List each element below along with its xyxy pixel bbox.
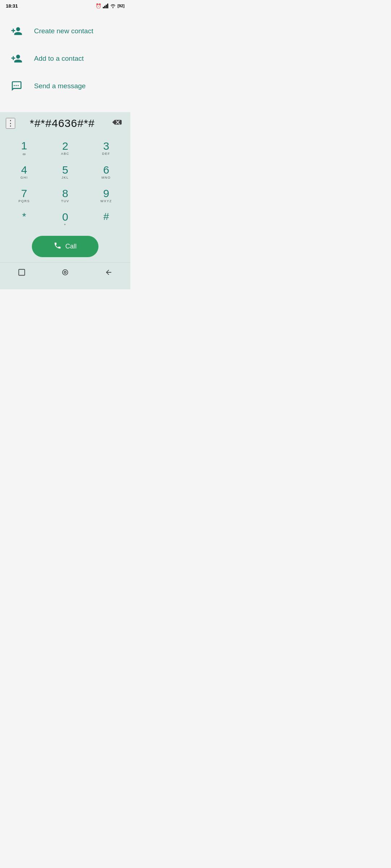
- dialer-header: ⋮ *#*#4636#*#: [0, 112, 130, 135]
- bottom-nav: [0, 262, 130, 284]
- dialer-menu-button[interactable]: ⋮: [6, 118, 15, 129]
- svg-rect-2: [106, 5, 107, 8]
- call-button-label: Call: [65, 243, 76, 250]
- status-time: 18:31: [6, 3, 18, 9]
- add-to-contact-item[interactable]: Add to a contact: [7, 45, 123, 72]
- dialer-section: ⋮ *#*#4636#*# 1 ∞ 2 ABC 3 DEF 4 GHI 5 JK…: [0, 112, 130, 289]
- svg-point-5: [63, 270, 68, 275]
- svg-rect-4: [19, 269, 25, 276]
- call-button-container: Call: [0, 232, 130, 262]
- create-new-contact-item[interactable]: Create new contact: [7, 17, 123, 45]
- battery-indicator: [92]: [117, 4, 125, 8]
- call-button[interactable]: Call: [32, 236, 98, 257]
- key-3[interactable]: 3 DEF: [86, 136, 127, 160]
- message-icon: [10, 80, 23, 92]
- send-message-label: Send a message: [34, 82, 86, 90]
- key-7[interactable]: 7 PQRS: [4, 184, 45, 207]
- key-6[interactable]: 6 MNO: [86, 160, 127, 184]
- create-contact-icon: [10, 25, 23, 37]
- keypad: 1 ∞ 2 ABC 3 DEF 4 GHI 5 JKL 6 MNO 7 PQRS…: [0, 135, 130, 232]
- create-new-contact-label: Create new contact: [34, 27, 93, 35]
- key-2[interactable]: 2 ABC: [45, 136, 85, 160]
- dialer-number-display: *#*#4636#*#: [15, 117, 109, 129]
- key-4[interactable]: 4 GHI: [4, 160, 45, 184]
- menu-section: Create new contact Add to a contact Send…: [0, 10, 130, 122]
- alarm-icon: ⏰: [96, 3, 101, 9]
- svg-rect-1: [104, 6, 105, 8]
- status-icons: ⏰ [92]: [96, 3, 125, 9]
- svg-rect-3: [107, 4, 108, 8]
- backspace-button[interactable]: [109, 117, 125, 129]
- key-0[interactable]: 0 +: [45, 207, 85, 231]
- svg-rect-0: [103, 7, 104, 8]
- key-1[interactable]: 1 ∞: [4, 136, 45, 160]
- recent-apps-button[interactable]: [16, 266, 28, 278]
- add-contact-icon: [10, 53, 23, 64]
- signal-icon: [103, 4, 109, 8]
- key-8[interactable]: 8 TUV: [45, 184, 85, 207]
- key-9[interactable]: 9 WXYZ: [86, 184, 127, 207]
- back-button[interactable]: [102, 266, 115, 278]
- add-to-contact-label: Add to a contact: [34, 55, 84, 63]
- key-5[interactable]: 5 JKL: [45, 160, 85, 184]
- key-hash[interactable]: #: [86, 207, 127, 231]
- key-star[interactable]: *: [4, 207, 45, 231]
- svg-point-6: [64, 271, 66, 273]
- call-phone-icon: [54, 242, 62, 251]
- home-button[interactable]: [59, 266, 71, 278]
- wifi-icon: [110, 4, 116, 8]
- status-bar: 18:31 ⏰ [92]: [0, 0, 130, 10]
- send-message-item[interactable]: Send a message: [7, 72, 123, 100]
